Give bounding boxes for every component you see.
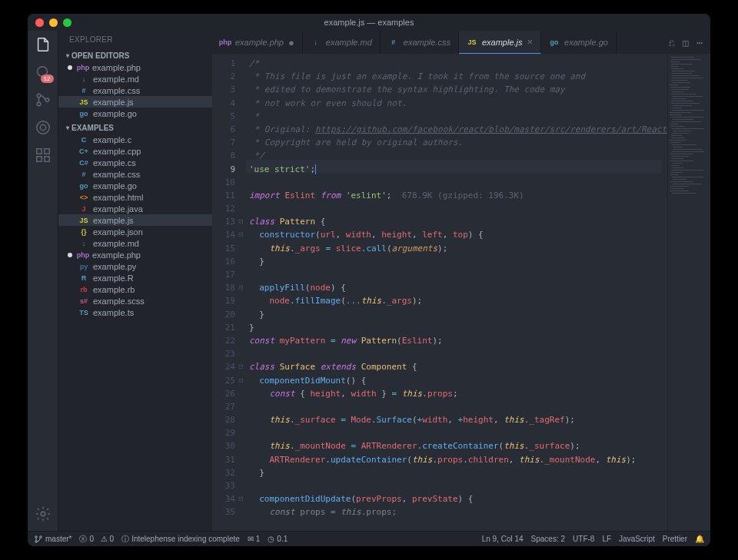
file-item[interactable]: JSexample.js <box>58 214 212 226</box>
extensions-icon[interactable] <box>34 146 52 164</box>
cursor-position[interactable]: Ln 9, Col 14 <box>482 535 524 543</box>
tab-bar: phpexample.php●↓example.md#example.cssJS… <box>212 31 710 54</box>
file-type-icon: ↓ <box>78 239 89 248</box>
more-actions-icon[interactable]: ⋯ <box>696 37 703 48</box>
source-control-icon[interactable] <box>34 91 52 109</box>
intelephense-status[interactable]: ⓘ Intelephense indexing complete <box>121 534 240 545</box>
svg-rect-9 <box>44 157 48 161</box>
file-type-icon: php <box>78 63 88 72</box>
minimap[interactable] <box>667 54 710 531</box>
debug-icon[interactable] <box>34 118 52 137</box>
dirty-indicator-icon: ● <box>288 37 294 48</box>
file-item[interactable]: C#example.cs <box>58 157 212 168</box>
encoding-status[interactable]: UTF-8 <box>573 535 594 543</box>
svg-point-13 <box>40 535 42 538</box>
editor-area: phpexample.php●↓example.md#example.cssJS… <box>212 31 710 531</box>
language-mode[interactable]: JavaScript <box>619 535 655 543</box>
editor-tab[interactable]: phpexample.php● <box>212 31 303 54</box>
code-content[interactable]: /* * This file is just an example. I too… <box>246 54 667 531</box>
explorer-icon[interactable] <box>34 35 52 54</box>
file-item[interactable]: #example.css <box>58 84 212 96</box>
tab-label: example.js <box>482 38 523 47</box>
prettier-status[interactable]: Prettier <box>663 535 687 543</box>
activity-bar: 12 <box>28 31 58 531</box>
compare-changes-icon[interactable]: ⎌ <box>669 37 675 48</box>
file-name: example.c <box>93 135 131 144</box>
file-item[interactable]: <>example.html <box>58 191 212 203</box>
file-item[interactable]: phpexample.php <box>58 61 212 73</box>
vscode-window: example.js — examples 12 EXPLORER OPEN E… <box>28 14 710 546</box>
sidebar: EXPLORER OPEN EDITORSphpexample.php↓exam… <box>58 31 212 531</box>
problems-status[interactable]: ⓧ 0 ⚠ 0 <box>79 534 114 545</box>
bell-icon[interactable]: 🔔 <box>695 535 704 543</box>
file-name: example.R <box>93 273 134 283</box>
svg-rect-8 <box>36 157 41 161</box>
svg-point-10 <box>41 512 45 516</box>
file-item[interactable]: goexample.go <box>58 108 212 119</box>
file-name: example.php <box>92 250 141 260</box>
file-type-icon: s# <box>78 297 89 306</box>
window-title: example.js — examples <box>28 18 710 27</box>
file-type-icon: C+ <box>78 147 89 156</box>
svg-point-2 <box>37 102 41 106</box>
editor-tab[interactable]: JSexample.js× <box>459 31 541 54</box>
file-item[interactable]: ↓example.md <box>58 73 212 84</box>
file-type-icon: TS <box>78 308 89 317</box>
file-type-icon: {} <box>78 227 89 237</box>
file-type-icon: rb <box>78 285 89 294</box>
file-type-icon: JS <box>78 98 89 107</box>
file-name: example.cs <box>93 158 136 167</box>
file-item[interactable]: Rexample.R <box>58 272 212 283</box>
file-name: example.java <box>93 204 143 214</box>
tab-label: example.php <box>235 38 284 47</box>
fold-gutter[interactable]: ⊟⊟⊟⊟⊟⊟ <box>237 57 244 519</box>
eol-status[interactable]: LF <box>602 535 611 543</box>
editor-tab[interactable]: ↓example.md <box>303 31 381 54</box>
file-item[interactable]: ↓example.md <box>58 237 212 249</box>
file-item[interactable]: goexample.go <box>58 180 212 191</box>
file-item[interactable]: TSexample.ts <box>58 307 212 318</box>
file-item[interactable]: pyexample.py <box>58 260 212 272</box>
timer-status[interactable]: ◷ 0.1 <box>268 535 288 543</box>
section-header[interactable]: OPEN EDITORS <box>58 50 212 61</box>
file-name: example.rb <box>93 285 135 294</box>
search-badge: 12 <box>41 75 54 83</box>
svg-point-1 <box>37 94 41 98</box>
svg-point-5 <box>40 124 45 130</box>
svg-point-3 <box>45 98 49 102</box>
search-icon[interactable]: 12 <box>34 63 52 81</box>
editor-tab[interactable]: #example.css <box>381 31 459 54</box>
dirty-indicator-icon <box>68 65 72 70</box>
notifications-count[interactable]: ✉ 1 <box>248 535 261 543</box>
svg-point-11 <box>35 535 38 538</box>
file-type-icon: # <box>388 38 399 47</box>
file-type-icon: # <box>78 86 89 95</box>
file-type-icon: go <box>78 109 89 118</box>
file-item[interactable]: #example.css <box>58 168 212 180</box>
file-type-icon: C <box>78 135 89 144</box>
file-name: example.go <box>93 109 137 118</box>
close-tab-icon[interactable]: × <box>527 36 534 48</box>
editor-tab[interactable]: goexample.go <box>541 31 617 54</box>
file-item[interactable]: Jexample.java <box>58 203 212 214</box>
file-item[interactable]: C+example.cpp <box>58 145 212 157</box>
file-item[interactable]: Cexample.c <box>58 134 212 145</box>
section-header[interactable]: EXAMPLES <box>58 122 212 134</box>
file-item[interactable]: JSexample.js <box>58 96 212 108</box>
file-name: example.md <box>93 239 139 248</box>
settings-icon[interactable] <box>34 505 52 523</box>
file-type-icon: # <box>78 170 89 179</box>
code-area[interactable]: 1234567891011121314151617181920212223242… <box>212 54 710 531</box>
dirty-indicator-icon <box>68 253 72 257</box>
file-item[interactable]: s#example.scss <box>58 295 212 307</box>
file-type-icon: <> <box>78 193 89 202</box>
file-name: example.py <box>93 262 136 271</box>
file-item[interactable]: {}example.json <box>58 226 212 237</box>
file-item[interactable]: rbexample.rb <box>58 283 212 295</box>
split-editor-icon[interactable]: ◫ <box>683 37 689 48</box>
git-branch[interactable]: master* <box>34 535 71 544</box>
file-item[interactable]: phpexample.php <box>58 249 212 260</box>
indentation-status[interactable]: Spaces: 2 <box>531 535 565 543</box>
file-name: example.css <box>93 86 140 95</box>
file-name: example.css <box>93 170 140 179</box>
